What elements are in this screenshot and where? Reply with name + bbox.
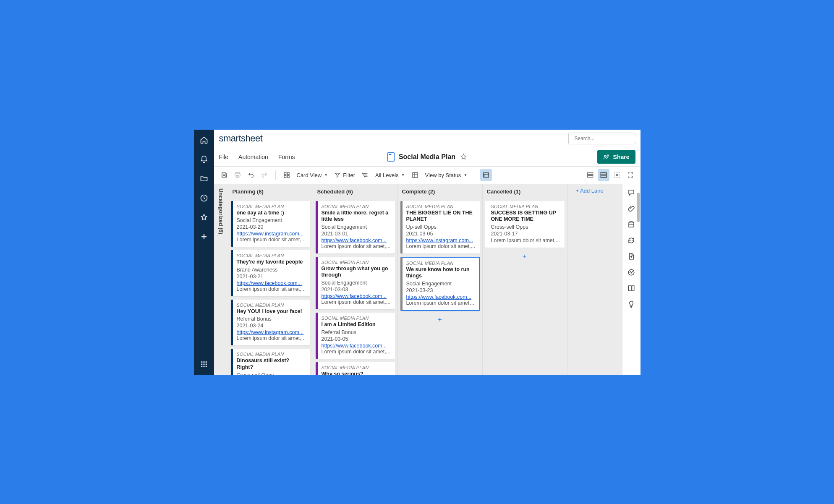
card[interactable]: SOCIAL MEDIA PLANI am a Limited EditionR… — [316, 313, 395, 359]
card[interactable]: SOCIAL MEDIA PLANSUCCESS IS GETTING UP O… — [485, 201, 565, 248]
card-desc: Lorem ipsum dolor sit amet,... — [322, 299, 391, 305]
card-link[interactable]: https://www.facebook.com... — [237, 280, 306, 286]
fullscreen-icon[interactable] — [625, 169, 636, 181]
card-category: Cross-sell Opps — [491, 224, 561, 230]
card-desc: Lorem ipsum dolor sit amet,... — [322, 243, 391, 249]
lane: Planning (8)SOCIAL MEDIA PLANone day at … — [228, 184, 313, 375]
search-box[interactable] — [568, 133, 635, 144]
apps-icon[interactable] — [199, 360, 209, 369]
svg-rect-34 — [632, 286, 634, 291]
card-category: Social Engagement — [322, 224, 391, 230]
tips-icon[interactable] — [627, 300, 635, 308]
svg-rect-33 — [628, 286, 631, 291]
alllevels-dropdown[interactable]: All Levels▼ — [373, 172, 408, 178]
card-date: 2021-03-17 — [491, 231, 561, 237]
proofs-icon[interactable] — [627, 220, 635, 229]
share-button[interactable]: Share — [597, 150, 635, 164]
card[interactable]: SOCIAL MEDIA PLANSmile a little more, re… — [316, 201, 395, 253]
card[interactable]: SOCIAL MEDIA PLANThey're my favorite peo… — [231, 250, 310, 296]
card[interactable]: SOCIAL MEDIA PLANWe sure know how to run… — [400, 257, 480, 311]
card-link[interactable]: https://www.facebook.com... — [322, 343, 391, 349]
menu-forms[interactable]: Forms — [278, 154, 295, 160]
right-panel — [622, 184, 641, 375]
menu-automation[interactable]: Automation — [238, 154, 268, 160]
filter-button[interactable]: Filter — [332, 172, 358, 178]
lane-header[interactable]: Cancelled (1) — [483, 184, 567, 199]
publish-icon[interactable] — [627, 252, 635, 261]
add-card-button[interactable]: + — [400, 314, 480, 325]
lane-header[interactable]: Complete (2) — [398, 184, 482, 199]
card-plan: SOCIAL MEDIA PLAN — [322, 316, 391, 321]
card-date: 2021-03-23 — [406, 287, 475, 293]
card-link[interactable]: https://www.facebook.com... — [322, 293, 391, 299]
comments-icon[interactable] — [627, 188, 635, 197]
uncategorized-lane[interactable]: Uncategorized (6) — [214, 184, 228, 375]
card-date: 2021-03-21 — [237, 274, 306, 279]
card-plan: SOCIAL MEDIA PLAN — [237, 204, 306, 209]
card-link[interactable]: https://www.facebook.com... — [322, 238, 391, 243]
svg-rect-31 — [629, 223, 634, 227]
card-link[interactable]: https://www.instagram.com... — [237, 329, 306, 335]
redo-icon[interactable] — [259, 169, 270, 181]
lane-header[interactable]: Scheduled (6) — [313, 184, 397, 199]
add-lane-button[interactable]: + Add Lane — [572, 184, 622, 375]
card[interactable]: SOCIAL MEDIA PLANDinosaurs still exist? … — [231, 349, 310, 374]
card-link[interactable]: https://www.instagram.com... — [237, 231, 306, 237]
card[interactable]: SOCIAL MEDIA PLANone day at a time :)Soc… — [231, 201, 310, 247]
lane: Scheduled (6)SOCIAL MEDIA PLANSmile a li… — [313, 184, 398, 375]
card[interactable]: SOCIAL MEDIA PLANHey YOU! I love your fa… — [231, 300, 310, 346]
card-plan: SOCIAL MEDIA PLAN — [491, 204, 561, 209]
card-desc: Lorem ipsum dolor sit amet,... — [491, 238, 561, 243]
card[interactable]: SOCIAL MEDIA PLANGrow through what you g… — [316, 257, 395, 309]
scrollbar-thumb[interactable] — [637, 193, 640, 222]
attachments-icon[interactable] — [627, 204, 635, 213]
cardlayout-icon[interactable] — [480, 169, 492, 181]
cardview-icon[interactable] — [281, 169, 293, 181]
card-link[interactable]: https://www.instagram.com... — [406, 238, 476, 243]
lane: Complete (2)SOCIAL MEDIA PLANTHE BIGGEST… — [398, 184, 483, 375]
card-title: Dinosaurs still exist? Right? — [237, 358, 306, 371]
svg-rect-9 — [205, 366, 207, 367]
refresh-icon[interactable] — [627, 236, 635, 245]
activity-icon[interactable] — [627, 268, 635, 277]
card[interactable]: SOCIAL MEDIA PLANWhy so serious? — [316, 362, 395, 375]
print-icon[interactable] — [232, 169, 243, 181]
favorite-star-icon[interactable] — [460, 153, 467, 161]
expanded-icon[interactable] — [598, 169, 609, 181]
lanes-container: Planning (8)SOCIAL MEDIA PLANone day at … — [228, 184, 572, 375]
star-icon[interactable] — [199, 213, 209, 222]
undo-icon[interactable] — [245, 169, 257, 181]
svg-rect-26 — [484, 173, 489, 178]
folder-icon[interactable] — [199, 174, 209, 183]
main-area: smartsheet File Automation Forms Social … — [214, 130, 641, 375]
save-icon[interactable] — [218, 169, 230, 181]
card-date: 2021-03-05 — [406, 231, 476, 237]
summary-icon[interactable] — [627, 284, 635, 292]
menu-file[interactable]: File — [219, 154, 229, 160]
card[interactable]: SOCIAL MEDIA PLANTHE BIGGEST LIE ON THE … — [400, 201, 480, 253]
add-card-button[interactable]: + — [485, 251, 565, 262]
compact-icon[interactable] — [584, 169, 596, 181]
svg-rect-20 — [284, 175, 286, 178]
settings-icon[interactable] — [611, 169, 623, 181]
viewby-dropdown[interactable]: View by Status▼ — [423, 172, 470, 178]
uncategorized-label: Uncategorized (6) — [218, 188, 224, 234]
recent-icon[interactable] — [199, 193, 209, 203]
plus-icon[interactable] — [199, 232, 209, 241]
card-link[interactable]: https://www.facebook.com... — [406, 294, 475, 300]
search-input[interactable] — [575, 136, 638, 141]
home-icon[interactable] — [199, 136, 209, 145]
card-date: 2021-03-05 — [322, 336, 391, 342]
card-title: SUCCESS IS GETTING UP ONE MORE TIME — [491, 210, 561, 223]
lane-header[interactable]: Planning (8) — [228, 184, 313, 199]
bell-icon[interactable] — [199, 155, 209, 164]
levels-icon[interactable] — [359, 169, 371, 181]
card-title: Smile a little more, regret a little les… — [322, 210, 391, 223]
viewby-icon[interactable] — [409, 169, 421, 181]
brand-logo: smartsheet — [219, 133, 263, 144]
cardview-dropdown[interactable]: Card View▼ — [294, 172, 331, 178]
svg-rect-29 — [601, 172, 606, 178]
svg-rect-27 — [587, 173, 593, 175]
lane: Cancelled (1)SOCIAL MEDIA PLANSUCCESS IS… — [483, 184, 567, 375]
card-plan: SOCIAL MEDIA PLAN — [322, 365, 391, 370]
